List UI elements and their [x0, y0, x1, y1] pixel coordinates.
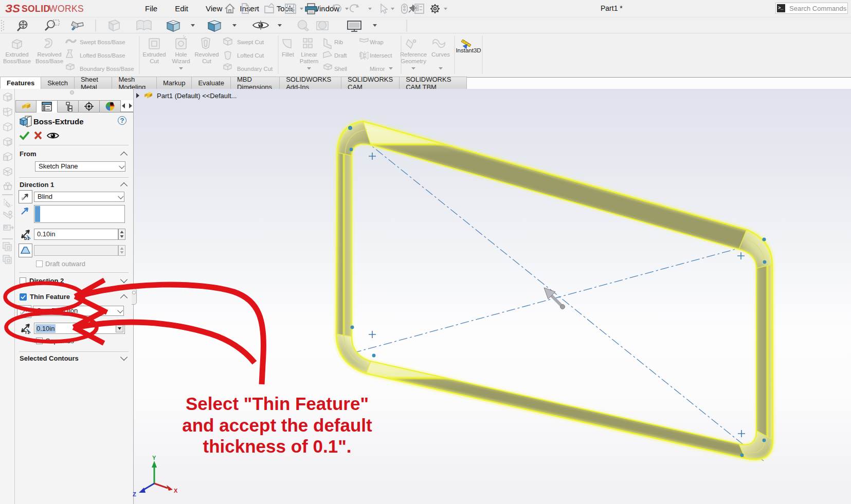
- svg-text:Boundary Cut: Boundary Cut: [237, 66, 273, 72]
- svg-text:Hole: Hole: [175, 51, 187, 58]
- svg-text:Lofted Boss/Base: Lofted Boss/Base: [80, 52, 125, 59]
- svg-text:Cut: Cut: [150, 58, 159, 64]
- svg-text:Linear: Linear: [301, 51, 317, 58]
- svg-text:ЗS: ЗS: [5, 3, 20, 15]
- svg-text:Swept Cut: Swept Cut: [237, 39, 264, 45]
- svg-text:Boss/Base: Boss/Base: [3, 58, 31, 64]
- svg-text:Instant3D: Instant3D: [456, 47, 481, 53]
- svg-text:Wizard: Wizard: [172, 58, 190, 64]
- svg-text:Extruded: Extruded: [5, 51, 28, 58]
- svg-text:Revolved: Revolved: [194, 51, 219, 58]
- svg-text:Lofted Cut: Lofted Cut: [237, 52, 264, 59]
- svg-text:Wrap: Wrap: [370, 39, 384, 45]
- svg-text:WORKS: WORKS: [49, 4, 84, 14]
- svg-text:Mirror: Mirror: [370, 66, 385, 72]
- svg-text:T1: T1: [25, 330, 30, 334]
- svg-text:Curves: Curves: [431, 51, 450, 58]
- svg-text:Cut: Cut: [202, 58, 211, 64]
- svg-text:Pattern: Pattern: [300, 58, 318, 64]
- svg-text:Geometry: Geometry: [401, 58, 426, 64]
- svg-text:Intersect: Intersect: [370, 52, 392, 59]
- svg-text:Extruded: Extruded: [142, 51, 166, 58]
- svg-text:Boss/Base: Boss/Base: [35, 58, 63, 64]
- svg-text:D1: D1: [24, 236, 30, 240]
- svg-text:Shell: Shell: [334, 66, 347, 72]
- svg-text:Boundary Boss/Base: Boundary Boss/Base: [80, 66, 134, 72]
- svg-text:Rib: Rib: [334, 39, 343, 45]
- svg-text:Revolved: Revolved: [37, 51, 61, 58]
- svg-text:Reference: Reference: [400, 51, 427, 58]
- svg-text:SOLID: SOLID: [22, 4, 50, 14]
- svg-text:Draft: Draft: [334, 52, 347, 59]
- svg-text:Fillet: Fillet: [282, 51, 295, 58]
- svg-text:Swept Boss/Base: Swept Boss/Base: [80, 39, 125, 45]
